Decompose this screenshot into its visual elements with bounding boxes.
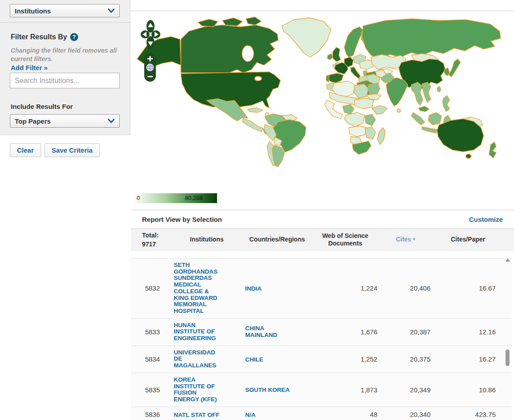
cites-cell: 20,406	[379, 281, 432, 295]
documents-cell: 1,224	[312, 281, 379, 295]
table-scrollbar[interactable]	[504, 254, 512, 420]
world-map-svg[interactable]	[131, 12, 514, 193]
top-divider	[131, 11, 514, 11]
country-scandinavia[interactable]	[344, 27, 363, 57]
criteria-buttons: Clear Save Criteria	[10, 143, 100, 157]
rank-cell: 5836	[131, 407, 171, 420]
save-criteria-button[interactable]: Save Criteria	[45, 143, 100, 157]
table-body: 5832 SETH GORDHANDAS SUNDERDAS MEDICAL C…	[131, 254, 512, 420]
table-row: 5835 KOREA INSTITUTE OF FUSION ENERGY (K…	[131, 373, 512, 407]
include-results-select[interactable]: Top Papers	[10, 114, 120, 128]
table-total: Total: 9717	[131, 231, 171, 249]
institution-cell[interactable]: KOREA INSTITUTE OF FUSION ENERGY (KFE)	[171, 373, 242, 407]
col-header-institutions: Institutions	[171, 236, 242, 244]
country-philippines[interactable]	[443, 96, 450, 112]
col-header-countries: Countries/Regions	[242, 236, 312, 244]
island-borneo[interactable]	[428, 112, 442, 125]
country-portugal[interactable]	[326, 75, 329, 82]
country-kenya-tanzania[interactable]	[365, 114, 376, 126]
country-drc[interactable]	[344, 112, 365, 127]
scrollbar-thumb[interactable]	[506, 349, 510, 366]
legend-min-label: 0	[137, 195, 140, 201]
documents-cell: 1,252	[312, 352, 379, 366]
cites-cell: 20,375	[379, 352, 432, 366]
filter-note: Changing the filter field removes all cu…	[11, 46, 122, 63]
country-ireland[interactable]	[327, 54, 333, 60]
country-japan[interactable]	[449, 59, 460, 77]
institution-cell[interactable]: SETH GORDHANDAS SUNDERDAS MEDICAL COLLEG…	[171, 258, 242, 318]
country-uk[interactable]	[333, 47, 341, 62]
zoom-out-icon[interactable]	[147, 76, 153, 77]
entity-type-select[interactable]: Institutions	[10, 4, 120, 17]
map-legend: 0 80,288	[134, 193, 217, 203]
country-canada[interactable]	[181, 25, 278, 73]
country-srilanka[interactable]	[397, 109, 401, 112]
total-value: 9717	[142, 240, 171, 249]
institution-cell[interactable]: HUNAN INSTITUTE OF ENGINEERING	[171, 319, 242, 345]
world-choropleth-map[interactable]	[131, 12, 514, 193]
country-nigeria[interactable]	[343, 104, 354, 114]
filter-panel: Filter Results By ? Changing the filter …	[0, 23, 130, 135]
great-lakes	[255, 76, 262, 81]
west-africa[interactable]	[325, 100, 343, 119]
clear-button[interactable]: Clear	[10, 143, 41, 157]
arctic-island[interactable]	[246, 17, 261, 25]
country-angola-zambia[interactable]	[349, 126, 367, 137]
country-libya[interactable]	[354, 84, 368, 98]
col-header-cites[interactable]: Cites ▾	[379, 236, 432, 244]
country-new-zealand[interactable]	[489, 142, 496, 158]
rank-cell: 5834	[131, 352, 171, 366]
country-egypt[interactable]	[368, 83, 380, 95]
documents-cell: 1,873	[312, 383, 379, 397]
chevron-down-icon	[108, 119, 115, 123]
country-australia[interactable]	[437, 119, 484, 152]
report-bar: Report View by Selection Customize	[131, 210, 514, 229]
customize-link[interactable]: Customize	[469, 216, 503, 223]
search-input[interactable]	[10, 73, 120, 88]
documents-cell: 1,676	[312, 324, 379, 339]
scroll-up-icon[interactable]	[506, 258, 510, 262]
globe-icon[interactable]	[146, 64, 154, 71]
rank-cell: 5835	[131, 383, 171, 397]
cites-per-paper-cell: 423.75	[432, 407, 504, 420]
institution-cell[interactable]: UNIVERSIDAD DE MAGALLANES	[171, 346, 242, 373]
map-zoom-control[interactable]	[144, 53, 156, 82]
institution-cell[interactable]: NATL STAT OFF	[171, 407, 242, 420]
cites-cell: 20,387	[379, 324, 432, 339]
filter-section-heading: Filter Results By ?	[11, 33, 78, 41]
col-header-documents: Web of Science Documents	[312, 232, 379, 248]
country-myanmar-thailand[interactable]	[411, 82, 423, 105]
help-icon[interactable]: ?	[70, 33, 78, 41]
country-cuba[interactable]	[248, 108, 263, 112]
documents-cell: 48	[312, 407, 379, 420]
country-greenland[interactable]	[282, 18, 331, 57]
country-sudan[interactable]	[354, 98, 374, 109]
cites-per-paper-cell: 10.86	[432, 383, 504, 397]
country-spain[interactable]	[327, 73, 343, 83]
add-filter-link[interactable]: Add Filter »	[11, 64, 48, 71]
country-cell[interactable]: CHINA MAINLAND	[242, 322, 312, 342]
total-label: Total:	[142, 231, 171, 240]
country-malaysia[interactable]	[418, 106, 429, 112]
country-madagascar[interactable]	[377, 128, 385, 145]
island-sumatra[interactable]	[411, 112, 425, 125]
country-cell[interactable]: INDIA	[242, 281, 312, 296]
country-taiwan[interactable]	[437, 87, 441, 92]
country-italy[interactable]	[351, 67, 360, 79]
arctic-island[interactable]	[222, 18, 242, 26]
country-cell[interactable]: N/A	[242, 407, 312, 420]
central-america[interactable]	[242, 118, 263, 132]
map-pan-control[interactable]	[141, 20, 160, 49]
island-java[interactable]	[422, 127, 438, 133]
country-cell[interactable]: SOUTH KOREA	[242, 382, 312, 397]
country-russia[interactable]	[362, 19, 501, 59]
country-cell[interactable]: CHILE	[242, 352, 312, 367]
legend-max-label: 80,288	[185, 195, 203, 201]
hudson-bay	[242, 46, 254, 62]
table-row: 5836 NATL STAT OFF N/A 48 20,340 423.75	[131, 407, 512, 420]
entity-type-value: Institutions	[15, 7, 51, 15]
country-ethiopia[interactable]	[372, 105, 387, 114]
country-vietnam[interactable]	[422, 82, 431, 103]
country-mozambique[interactable]	[365, 127, 376, 139]
island-tasmania[interactable]	[466, 154, 471, 158]
